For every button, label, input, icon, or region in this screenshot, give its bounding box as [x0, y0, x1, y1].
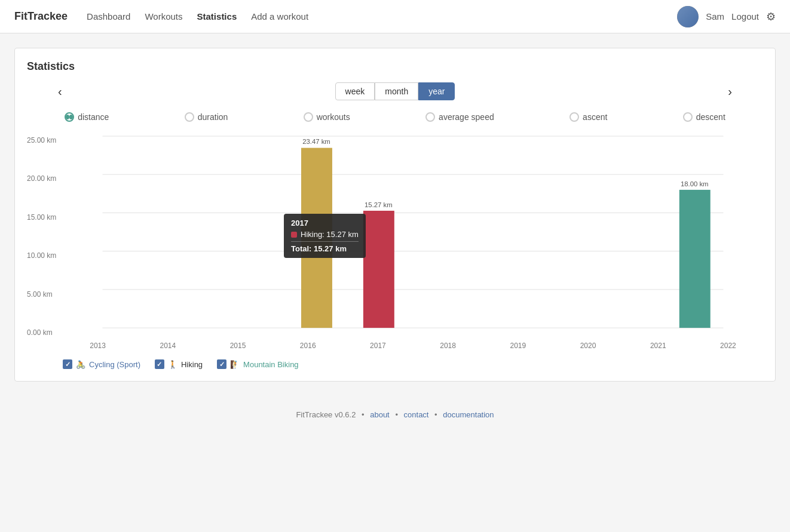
bar-label-2017: 15.27 km	[365, 201, 393, 208]
legend-mountain-biking-label: Mountain Biking	[243, 360, 299, 369]
metric-workouts-label: workouts	[317, 112, 350, 122]
prev-period-button[interactable]: ‹	[51, 82, 69, 101]
x-label-2017: 2017	[343, 342, 413, 350]
nav-link-statistics[interactable]: Statistics	[197, 11, 237, 21]
avatar	[677, 6, 699, 27]
bar-label-2016: 23.47 km	[302, 138, 330, 145]
legend-mountain-biking-emoji: 🧗	[230, 360, 240, 369]
bar-2016[interactable]	[301, 148, 332, 328]
footer-link-documentation[interactable]: documentation	[443, 410, 494, 419]
y-axis: 0.00 km 5.00 km 10.00 km 15.00 km 20.00 …	[27, 136, 56, 339]
footer-version: v0.6.2	[335, 410, 356, 419]
radio-descent-circle	[683, 112, 693, 122]
time-filter-buttons: week month year	[335, 82, 455, 100]
legend-cycling-emoji: 🚴	[76, 360, 85, 369]
nav-link-add-workout[interactable]: Add a workout	[251, 11, 308, 21]
avatar-image	[677, 6, 699, 27]
radio-ascent-circle	[569, 112, 579, 122]
metrics-row: distance duration workouts average speed…	[27, 112, 763, 122]
nav-settings-icon[interactable]: ⚙	[766, 10, 776, 23]
footer-sep-1: •	[362, 410, 365, 419]
metric-distance-label: distance	[78, 112, 109, 122]
x-label-2022: 2022	[693, 342, 763, 350]
nav-link-dashboard[interactable]: Dashboard	[87, 11, 130, 21]
month-filter-button[interactable]: month	[375, 82, 418, 100]
footer-sep-2: •	[395, 410, 398, 419]
legend-hiking-check: ✓	[157, 361, 162, 368]
metric-descent[interactable]: descent	[683, 112, 725, 122]
legend-mountain-biking-check: ✓	[219, 361, 225, 368]
metric-distance[interactable]: distance	[65, 112, 109, 122]
x-label-2013: 2013	[63, 342, 133, 350]
radio-distance-circle	[65, 112, 74, 122]
x-label-2014: 2014	[133, 342, 203, 350]
legend-cycling-checkbox[interactable]: ✓	[63, 359, 72, 369]
time-filter-row: ‹ week month year ›	[27, 82, 763, 100]
legend-hiking-label: Hiking	[181, 360, 203, 369]
y-label-15: 15.00 km	[27, 213, 56, 222]
x-axis: 2013 2014 2015 2016 2017 2018 2019 2020 …	[63, 342, 763, 350]
footer-link-about[interactable]: about	[370, 410, 390, 419]
y-label-25: 25.00 km	[27, 136, 56, 144]
statistics-card: Statistics ‹ week month year › distance …	[14, 48, 776, 382]
nav-links: Dashboard Workouts Statistics Add a work…	[87, 11, 677, 21]
footer-brand: FitTrackee	[296, 410, 332, 419]
y-label-20: 20.00 km	[27, 174, 56, 183]
chart-container: 0.00 km 5.00 km 10.00 km 15.00 km 20.00 …	[27, 136, 763, 350]
metric-descent-label: descent	[696, 112, 725, 122]
year-filter-button[interactable]: year	[418, 82, 455, 100]
navbar: FitTrackee Dashboard Workouts Statistics…	[0, 0, 790, 33]
footer-link-contact[interactable]: contact	[404, 410, 429, 419]
y-label-0: 0.00 km	[27, 328, 56, 337]
radio-duration-circle	[185, 112, 194, 122]
x-label-2020: 2020	[553, 342, 623, 350]
metric-ascent[interactable]: ascent	[569, 112, 607, 122]
bar-2017[interactable]	[363, 211, 394, 328]
legend-cycling-label: Cycling (Sport)	[89, 360, 140, 369]
footer-sep-3: •	[434, 410, 437, 419]
x-label-2019: 2019	[483, 342, 553, 350]
nav-logout[interactable]: Logout	[731, 11, 759, 21]
metric-duration[interactable]: duration	[185, 112, 228, 122]
card-title: Statistics	[27, 60, 763, 73]
legend-mountain-biking-checkbox[interactable]: ✓	[217, 359, 226, 369]
metric-average-speed[interactable]: average speed	[425, 112, 494, 122]
next-period-button[interactable]: ›	[721, 82, 739, 101]
metric-workouts[interactable]: workouts	[304, 112, 350, 122]
x-label-2018: 2018	[413, 342, 483, 350]
legend-cycling[interactable]: ✓ 🚴 Cycling (Sport)	[63, 359, 140, 369]
metric-ascent-label: ascent	[583, 112, 607, 122]
bar-label-2022: 18.00 km	[681, 180, 709, 187]
legend-cycling-check: ✓	[65, 361, 71, 368]
radio-workouts-circle	[304, 112, 313, 122]
nav-username: Sam	[706, 11, 724, 21]
y-label-10: 10.00 km	[27, 251, 56, 260]
metric-avg-speed-label: average speed	[439, 112, 494, 122]
week-filter-button[interactable]: week	[335, 82, 375, 100]
metric-duration-label: duration	[198, 112, 228, 122]
legend-hiking-checkbox[interactable]: ✓	[155, 359, 164, 369]
nav-brand[interactable]: FitTrackee	[14, 10, 68, 23]
footer: FitTrackee v0.6.2 • about • contact • do…	[0, 396, 790, 433]
radio-avg-speed-circle	[425, 112, 435, 122]
main-content: Statistics ‹ week month year › distance …	[0, 33, 790, 396]
bar-2022[interactable]	[679, 190, 711, 328]
y-label-5: 5.00 km	[27, 290, 56, 299]
nav-right: Sam Logout ⚙	[677, 6, 776, 27]
x-label-2021: 2021	[623, 342, 693, 350]
legend-hiking-emoji: 🚶	[168, 360, 177, 369]
x-label-2016: 2016	[273, 342, 343, 350]
x-label-2015: 2015	[203, 342, 272, 350]
chart-legend: ✓ 🚴 Cycling (Sport) ✓ 🚶 Hiking ✓ 🧗 Mount…	[63, 359, 763, 369]
legend-hiking[interactable]: ✓ 🚶 Hiking	[155, 359, 203, 369]
nav-link-workouts[interactable]: Workouts	[145, 11, 182, 21]
bar-chart: 23.47 km 15.27 km 18.00 km	[63, 136, 763, 339]
legend-mountain-biking[interactable]: ✓ 🧗 Mountain Biking	[217, 359, 299, 369]
